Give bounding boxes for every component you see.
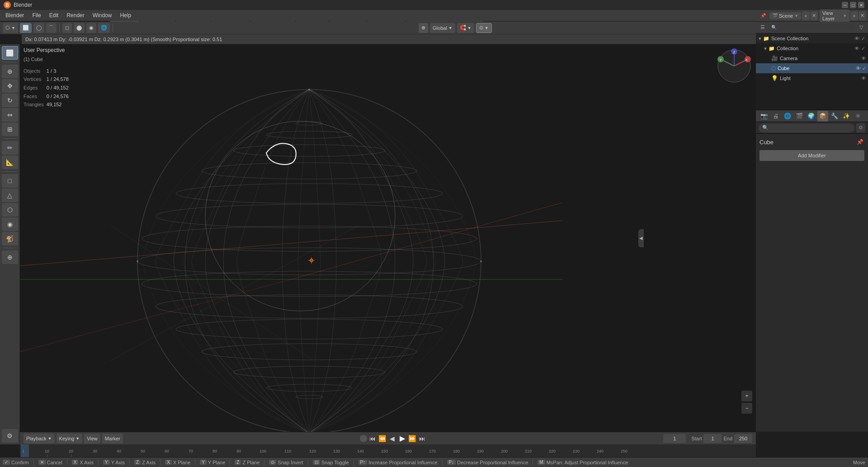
tool-add-cone[interactable]: △ [2,189,18,202]
status-bar: ✓ Confirm ✕ Cancel X X Axis Y Y Axis Z Z… [0,457,868,467]
viewport-wireframe-button[interactable]: ◻ [62,23,72,33]
svg-text:190: 190 [477,449,484,453]
scene-remove-button[interactable]: ✕ [811,11,818,20]
tool-annotate[interactable]: ✏ [2,141,18,155]
select-circle-button[interactable]: ◯ [33,23,44,33]
move-label: Move [853,460,865,465]
view-zoom-out[interactable]: − [741,403,752,414]
collapse-right-panel[interactable]: ◀ [638,229,644,247]
menu-edit[interactable]: Edit [46,11,62,19]
tool-transform[interactable]: ⊞ [2,123,18,136]
gizmo-svg: X Y Z [716,48,752,84]
tool-add-monkey[interactable]: 🐒 [2,232,18,245]
select-box-button[interactable]: ⬜ [20,23,32,33]
outliner-collection-row[interactable]: ▼ 📁 Collection 👁 ✓ [756,43,868,53]
status-sep-9 [308,459,308,466]
tool-select-box[interactable]: ⬜ [2,46,18,60]
marker-menu[interactable]: Marker [102,434,123,443]
timeline-ruler[interactable]: 1 10 20 30 40 50 60 70 80 90 100 110 120… [20,444,756,457]
status-snap-invert: ⊙ Snap Invert [269,460,303,465]
prev-keyframe-button[interactable]: ⏪ [378,434,387,443]
minimize-button[interactable]: ─ [842,2,848,8]
keying-menu[interactable]: Keying ▼ [57,434,83,443]
viewport-material-button[interactable]: ◉ [86,23,96,33]
play-button[interactable]: ▶ [398,434,407,443]
view-zoom-in[interactable]: + [741,391,752,401]
menu-file[interactable]: File [28,11,44,19]
tool-add-sphere[interactable]: ◉ [2,217,18,231]
scene-selector[interactable]: 🎬 Scene ▼ [769,12,801,19]
prop-tab-object[interactable]: 📦 [817,111,828,122]
properties-options-button[interactable]: ⚙ [856,123,865,132]
menu-blender[interactable]: Blender [2,11,28,19]
close-button[interactable]: ✕ [858,2,864,8]
stat-vertices-value: 1 / 24,578 [47,75,71,84]
viewlayer-selector[interactable]: View Layer ▼ [820,9,849,22]
jump-to-end-button[interactable]: ⏭ [418,434,427,443]
menu-window[interactable]: Window [89,11,116,19]
tool-add-cube[interactable]: □ [2,174,18,188]
tool-scale[interactable]: ⇔ [2,108,18,122]
tool-cursor[interactable]: ⊕ [2,65,18,78]
navigation-gizmo[interactable]: X Y Z [716,48,752,84]
prop-tab-physics[interactable]: ⚛ [853,111,863,122]
properties-search-input[interactable]: 🔍 [759,123,854,132]
view-menu[interactable]: View [84,434,100,443]
editor-type-button[interactable]: ⬡ ▼ [3,23,18,33]
prop-tab-render[interactable]: 📷 [759,111,769,122]
viewlayer-remove-button[interactable]: ✕ [859,11,866,20]
svg-text:220: 220 [549,449,556,453]
svg-text:50: 50 [141,449,145,453]
tool-move[interactable]: ✥ [2,79,18,93]
prop-tab-output[interactable]: 🖨 [770,111,781,122]
add-modifier-button[interactable]: Add Modifier [760,150,864,161]
tool-measure[interactable]: 📐 [2,156,18,169]
viewport-solid-button[interactable]: ⬤ [74,23,85,33]
prop-tab-world[interactable]: 🌍 [806,111,816,122]
jump-to-start-button[interactable]: ⏮ [368,434,377,443]
viewport-rendered-button[interactable]: 🌐 [98,23,110,33]
outliner-light-item[interactable]: 💡 Light 👁 [756,73,868,83]
window-controls[interactable]: ─ □ ✕ [842,2,864,8]
light-label: Light [780,75,791,81]
menu-render[interactable]: Render [63,11,88,19]
start-frame-input[interactable]: 1 [703,434,722,443]
svg-point-22 [296,395,323,399]
outliner-filter-button[interactable]: ▽ [857,24,865,32]
properties-pin-button[interactable]: 📌 [855,137,864,146]
tool-options[interactable]: ⚙ [2,429,18,443]
end-label: End [723,436,732,441]
transform-global-button[interactable]: Global ▼ [430,23,455,33]
prop-tab-scene[interactable]: 🎬 [794,111,805,122]
proportional-button[interactable]: ⊙ ▼ [476,23,492,33]
play-reverse-button[interactable]: ◀ [388,434,397,443]
prop-tab-viewlayer[interactable]: 🌐 [782,111,793,122]
tool-add-group[interactable]: ⊕ [2,250,18,264]
current-frame-display[interactable]: 1 [663,434,686,443]
end-frame-input[interactable]: 250 [734,434,752,443]
scene-collection-row[interactable]: ▼ 📁 Scene Collection 👁 ✓ [756,33,868,43]
toolbar-sep-2 [113,24,113,32]
viewlayer-add-button[interactable]: + [850,11,858,20]
outliner-camera-item[interactable]: 🎥 Camera 👁 [756,53,868,63]
next-keyframe-button[interactable]: ⏩ [408,434,417,443]
viewport-3d[interactable]: User Perspective (1) Cube Objects 1 / 3 … [20,44,756,432]
snap-button[interactable]: 🧲 ▼ [457,23,474,33]
svg-point-19 [202,344,417,360]
tool-add-cylinder[interactable]: ⬡ [2,203,18,217]
z-plane-label: Z Plane [242,460,259,465]
prop-tab-modifier[interactable]: 🔧 [829,111,840,122]
maximize-button[interactable]: □ [850,2,856,8]
outliner-search[interactable]: 🔍 [769,24,855,32]
playback-menu[interactable]: Playback ▼ [24,434,55,443]
scene-pin-button[interactable]: 📌 [758,12,769,19]
outliner-cube-item[interactable]: ⬡ Cube 👁 ✓ [756,63,868,73]
prop-tab-particles[interactable]: ✨ [841,111,852,122]
scene-add-button[interactable]: + [802,11,809,20]
status-snap-toggle: ⊡ Snap Toggle [313,460,349,465]
gizmo-button[interactable]: ⊕ [419,23,428,33]
menu-help[interactable]: Help [116,11,135,19]
timeline-controls: Playback ▼ Keying ▼ View Marker ⏮ ⏪ ◀ ▶ … [20,432,756,444]
select-lasso-button[interactable]: ⌒ [46,23,57,33]
tool-rotate[interactable]: ↻ [2,94,18,107]
